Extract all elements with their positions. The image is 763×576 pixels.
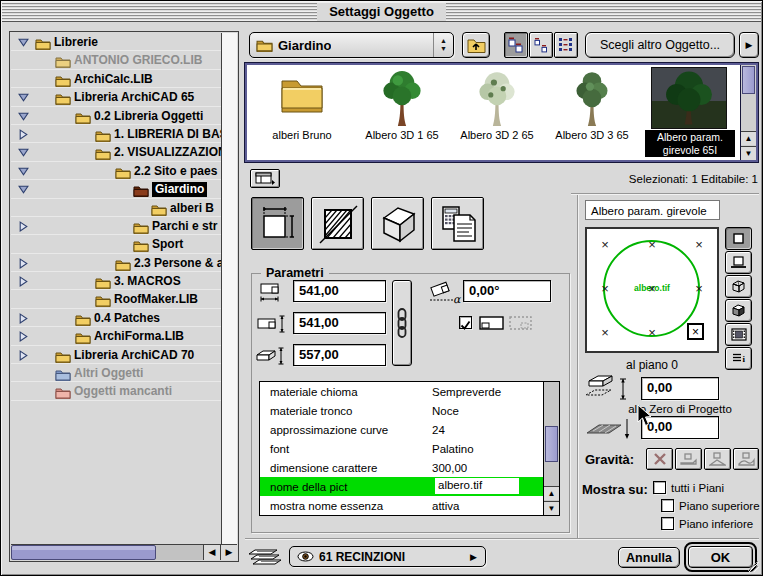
width-field[interactable]: 541,00 bbox=[293, 280, 386, 302]
scrollbar-thumb[interactable] bbox=[545, 426, 558, 462]
panel-options-button[interactable] bbox=[250, 169, 280, 188]
height-above-floor-icon bbox=[583, 373, 633, 403]
ok-button[interactable]: OK bbox=[688, 546, 753, 568]
proportional-link-button[interactable] bbox=[392, 280, 412, 366]
window-titlebar[interactable]: Settaggi Oggetto bbox=[2, 2, 761, 22]
tree-item[interactable]: 3. MACROS bbox=[11, 272, 221, 290]
object-preview[interactable]: albero.tif ××× ××× ×× × bbox=[585, 227, 719, 353]
scroll-right-button[interactable]: ▶ bbox=[220, 545, 237, 560]
disclosure-open-icon[interactable] bbox=[18, 166, 29, 177]
browser-item-object-selected[interactable]: Albero param. girevole 65I bbox=[643, 65, 738, 159]
tree-item[interactable]: ArchiForma.LIB bbox=[11, 327, 221, 345]
view-list-button[interactable] bbox=[554, 32, 578, 58]
table-row[interactable]: approssimazione curve24 bbox=[260, 420, 559, 439]
elevation-view-icon bbox=[731, 256, 746, 269]
scroll-down-button[interactable]: ▼ bbox=[741, 146, 756, 160]
tree-item[interactable]: 1. LIBRERIA DI BAS bbox=[11, 125, 221, 143]
disclosure-open-icon[interactable] bbox=[18, 92, 29, 103]
tab-dimensions[interactable] bbox=[251, 197, 304, 250]
tree-item[interactable]: Libreria ArchiCAD 70 bbox=[11, 346, 221, 364]
folder-popup[interactable]: Giardino ▲▼ bbox=[249, 32, 454, 58]
tree-item[interactable]: 0.4 Patches bbox=[11, 309, 221, 327]
browser-item-object[interactable]: Albero 3D 1 65 bbox=[357, 65, 447, 159]
scroll-left-button[interactable]: ◀ bbox=[203, 545, 220, 560]
tree-item[interactable]: Oggetti mancanti bbox=[11, 382, 221, 400]
gravity-to-roof-button[interactable] bbox=[704, 448, 731, 470]
tree-item[interactable]: 2.3 Persone & a bbox=[11, 254, 221, 272]
depth-field[interactable]: 541,00 bbox=[293, 312, 386, 334]
disclosure-open-icon[interactable] bbox=[18, 184, 29, 195]
disclosure-closed-icon[interactable] bbox=[18, 313, 29, 324]
tree-item[interactable]: Parchi e str bbox=[11, 217, 221, 235]
table-row[interactable]: materiale troncoNoce bbox=[260, 401, 559, 420]
z-height-field[interactable]: 557,00 bbox=[293, 344, 386, 366]
show-all-floors-checkbox[interactable] bbox=[653, 481, 666, 494]
show-floor-below-checkbox[interactable] bbox=[661, 517, 674, 530]
height-above-floor-field[interactable]: 0,00 bbox=[641, 377, 719, 400]
tree-horizontal-scrollbar[interactable]: ◀ ▶ bbox=[11, 544, 237, 560]
tree-item[interactable]: 2. VISUALIZZAZION bbox=[11, 143, 221, 161]
eye-icon bbox=[297, 551, 314, 562]
scroll-up-button[interactable]: ▲ bbox=[544, 486, 559, 500]
gravity-to-mesh-button[interactable] bbox=[733, 448, 759, 470]
cancel-button[interactable]: Annulla bbox=[618, 547, 680, 568]
scroll-up-button[interactable]: ▲ bbox=[741, 131, 756, 145]
toolbar-more-button[interactable]: ▶ bbox=[739, 32, 759, 58]
gravity-to-slab-button[interactable] bbox=[675, 448, 702, 470]
disclosure-open-icon[interactable] bbox=[18, 111, 29, 122]
preview-description-button[interactable]: i bbox=[725, 347, 752, 370]
disclosure-closed-icon[interactable] bbox=[18, 331, 29, 342]
preview-3d-shaded-button[interactable] bbox=[725, 299, 752, 322]
tree-item[interactable]: Libreria ArchiCAD 65 bbox=[11, 88, 221, 106]
resize-grip[interactable] bbox=[745, 558, 759, 572]
table-row[interactable]: dimensione carattere300,00 bbox=[260, 458, 559, 477]
disclosure-closed-icon[interactable] bbox=[18, 129, 29, 140]
tree-item[interactable]: RoofMaker.LIB bbox=[11, 290, 221, 308]
show-floor-above-checkbox[interactable] bbox=[661, 499, 674, 512]
choose-other-object-button[interactable]: Scegli altro Oggetto... bbox=[585, 32, 735, 58]
scrollbar-thumb[interactable] bbox=[11, 545, 156, 560]
tab-2d-representation[interactable] bbox=[311, 197, 364, 250]
tab-quantities[interactable] bbox=[431, 197, 484, 250]
tree-item-selected[interactable]: Giardino bbox=[11, 180, 221, 198]
browser-item-folder[interactable]: alberi Bruno bbox=[257, 65, 347, 159]
disclosure-open-icon[interactable] bbox=[18, 37, 29, 48]
table-row[interactable]: mostra nome essenzaattiva bbox=[260, 496, 559, 515]
tree-item[interactable]: Altri Oggetti bbox=[11, 364, 221, 382]
scrollbar-thumb[interactable] bbox=[742, 66, 755, 94]
tree-item[interactable]: ANTONIO GRIECO.LIB bbox=[11, 51, 221, 69]
disclosure-closed-icon[interactable] bbox=[18, 350, 29, 361]
preview-3d-wireframe-button[interactable] bbox=[725, 275, 752, 298]
view-large-icons-button[interactable] bbox=[504, 32, 528, 58]
up-one-level-button[interactable] bbox=[462, 32, 490, 58]
tree-item[interactable]: alberi B bbox=[11, 199, 221, 217]
disclosure-closed-icon[interactable] bbox=[18, 258, 29, 269]
gravity-none-button[interactable] bbox=[646, 448, 673, 470]
table-row-selected[interactable]: nome della pict albero.tif bbox=[260, 477, 559, 496]
table-row[interactable]: fontPalatino bbox=[260, 439, 559, 458]
strip-vertical-scrollbar[interactable]: ▲ ▼ bbox=[740, 65, 756, 160]
angle-field[interactable]: 0,00° bbox=[463, 280, 551, 302]
mirror-checkbox[interactable] bbox=[459, 316, 472, 329]
table-vertical-scrollbar[interactable]: ▲ ▼ bbox=[543, 382, 559, 515]
preview-elevation-button[interactable] bbox=[725, 251, 752, 274]
scroll-down-button[interactable]: ▼ bbox=[544, 501, 559, 515]
browser-item-object[interactable]: Albero 3D 3 65 bbox=[547, 65, 637, 159]
tree-vertical-scrollbar[interactable] bbox=[221, 33, 237, 544]
tree-item[interactable]: Sport bbox=[11, 235, 221, 253]
disclosure-closed-icon[interactable] bbox=[18, 221, 29, 232]
preview-animation-button[interactable] bbox=[725, 323, 752, 346]
tree-item[interactable]: ArchiCalc.LIB bbox=[11, 70, 221, 88]
table-row[interactable]: materiale chiomaSempreverde bbox=[260, 382, 559, 401]
disclosure-closed-icon[interactable] bbox=[18, 276, 29, 287]
tree-item[interactable]: 0.2 Libreria Oggetti bbox=[11, 107, 221, 125]
browser-item-object[interactable]: Albero 3D 2 65 bbox=[452, 65, 542, 159]
pict-name-input[interactable]: albero.tif bbox=[435, 478, 519, 494]
tree-item[interactable]: Librerie bbox=[11, 33, 221, 51]
tree-item[interactable]: 2.2 Sito e paes bbox=[11, 162, 221, 180]
disclosure-open-icon[interactable] bbox=[18, 147, 29, 158]
view-small-icons-button[interactable] bbox=[529, 32, 553, 58]
layer-popup[interactable]: 61 RECINZIONI ▶ bbox=[289, 546, 486, 567]
tab-3d-model[interactable] bbox=[371, 197, 424, 250]
preview-2d-plan-button[interactable] bbox=[725, 227, 752, 250]
